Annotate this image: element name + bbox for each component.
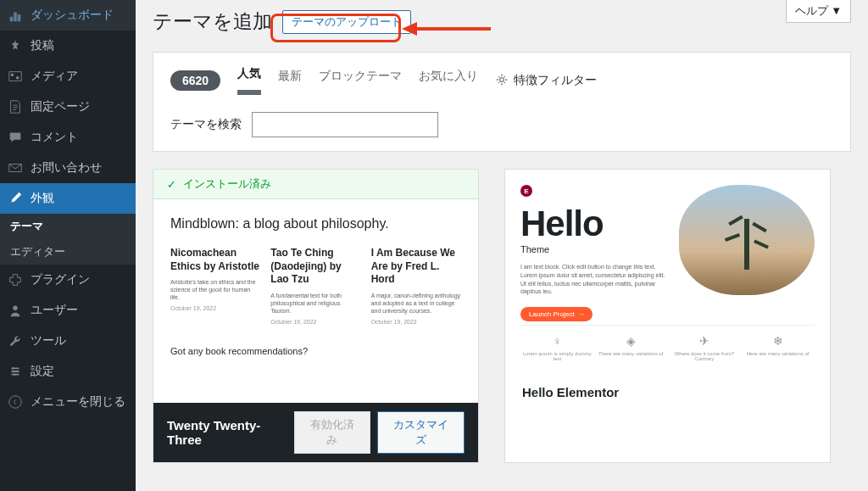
sidebar-item-contact[interactable]: お問い合わせ <box>0 153 136 183</box>
preview-title: Mindblown: a blog about philosophy. <box>170 216 461 232</box>
mail-icon <box>7 159 24 176</box>
sidebar-item-pages[interactable]: 固定ページ <box>0 92 136 122</box>
preview-text: Aristotle's take on ethics and the scien… <box>170 278 260 301</box>
sidebar-item-comments[interactable]: コメント <box>0 122 136 153</box>
dashboard-icon <box>7 7 24 24</box>
svg-point-5 <box>14 373 16 376</box>
preview-date: October 19, 2022 <box>270 318 360 326</box>
comment-icon <box>7 129 24 146</box>
appearance-submenu: テーマ エディター <box>0 214 136 265</box>
sidebar-item-settings[interactable]: 設定 <box>0 356 136 387</box>
menu-label: ダッシュボード <box>31 8 114 23</box>
gear-icon <box>495 73 509 89</box>
help-tab[interactable]: ヘルプ ▼ <box>786 0 851 23</box>
theme-card[interactable]: ✓ インストール済み Mindblown: a blog about philo… <box>153 169 479 463</box>
elementor-icon: E <box>520 185 532 197</box>
snowflake-icon: ❄ <box>741 334 815 348</box>
feature-filter-label: 特徴フィルター <box>514 73 597 88</box>
svg-point-2 <box>13 306 17 310</box>
preview-text: A fundamental text for both philosophica… <box>270 292 360 315</box>
theme-preview: E Hello Theme I am text block. Click edi… <box>505 170 830 373</box>
brush-icon <box>7 190 24 207</box>
feature-item: ◈There are many variations of <box>594 334 668 361</box>
sidebar-item-posts[interactable]: 投稿 <box>0 31 136 61</box>
page-header: テーマを追加 テーマのアップロード <box>153 8 851 35</box>
preview-text: A major, canon-defining anthology and ad… <box>371 292 461 315</box>
sidebar-item-tools[interactable]: ツール <box>0 326 136 356</box>
search-row: テーマを検索 <box>170 112 833 137</box>
launch-project-button: Launch Project → <box>520 307 593 321</box>
feature-item: ♀Lorem ipsum is simply dummy text <box>520 334 594 361</box>
filter-bar: 6620 人気 最新 ブロックテーマ お気に入り 特徴フィルター テーマを検索 <box>153 52 851 152</box>
preview-date: October 19, 2022 <box>170 304 260 312</box>
filter-tab-latest[interactable]: 最新 <box>278 69 302 92</box>
menu-label: プラグイン <box>31 272 90 287</box>
admin-sidebar: ダッシュボード 投稿 メディア 固定ページ コメント お問い合わせ 外観 テーマ <box>0 0 136 491</box>
menu-label: メディア <box>31 69 78 84</box>
hello-title: Hello <box>520 204 667 244</box>
theme-card[interactable]: E Hello Theme I am text block. Click edi… <box>504 169 831 463</box>
page-icon <box>7 98 24 115</box>
features-row: ♀Lorem ipsum is simply dummy text ◈There… <box>520 325 815 361</box>
submenu-item-themes[interactable]: テーマ <box>0 214 136 239</box>
filter-tab-popular[interactable]: 人気 <box>237 66 261 95</box>
hello-text: I am text block. Click edit button to ch… <box>520 263 667 296</box>
theme-count-badge: 6620 <box>170 70 220 91</box>
hello-subtitle: Theme <box>520 244 667 254</box>
theme-actions-bar: Twenty Twenty-Three 有効化済み カスタマイズ <box>153 403 478 462</box>
upload-theme-button[interactable]: テーマのアップロード <box>282 10 411 34</box>
menu-label: 投稿 <box>31 38 54 53</box>
diamond-icon: ◈ <box>594 334 668 348</box>
wrench-icon <box>7 332 24 349</box>
sidebar-item-dashboard[interactable]: ダッシュボード <box>0 0 136 31</box>
user-icon <box>7 302 24 319</box>
preview-heading: Tao Te Ching (Daodejing) by Lao Tzu <box>270 247 360 287</box>
customize-button[interactable]: カスタマイズ <box>377 411 465 454</box>
preview-column: Nicomachean Ethics by Aristotle Aristotl… <box>170 247 260 329</box>
menu-label: メニューを閉じる <box>31 394 125 410</box>
filter-tabs: 6620 人気 最新 ブロックテーマ お気に入り 特徴フィルター <box>170 66 833 95</box>
feature-filter-button[interactable]: 特徴フィルター <box>495 73 597 89</box>
sidebar-item-plugins[interactable]: プラグイン <box>0 265 136 295</box>
feature-item: ❄Here are many variations of <box>741 334 815 361</box>
collapse-icon <box>7 393 24 410</box>
sidebar-item-users[interactable]: ユーザー <box>0 295 136 326</box>
preview-date: October 19, 2022 <box>371 318 461 326</box>
hero-image <box>679 185 815 295</box>
svg-point-0 <box>11 73 14 76</box>
sidebar-item-appearance[interactable]: 外観 <box>0 183 136 214</box>
plane-icon: ✈ <box>668 334 742 348</box>
menu-label: 外観 <box>31 191 54 206</box>
check-icon: ✓ <box>167 178 176 191</box>
feature-item: ✈Where does it come from? Contrary <box>668 334 742 361</box>
sidebar-item-collapse[interactable]: メニューを閉じる <box>0 387 136 417</box>
preview-footer: Got any book recommendations? <box>170 346 461 356</box>
settings-icon <box>7 363 24 380</box>
menu-label: 固定ページ <box>31 99 90 114</box>
preview-column: Tao Te Ching (Daodejing) by Lao Tzu A fu… <box>270 247 360 329</box>
main-content: ヘルプ ▼ テーマを追加 テーマのアップロード 6620 人気 最新 ブロックテ… <box>136 0 868 491</box>
installed-label: インストール済み <box>183 176 271 192</box>
menu-label: コメント <box>31 130 78 145</box>
page-title: テーマを追加 <box>153 8 272 35</box>
installed-banner: ✓ インストール済み <box>153 170 478 199</box>
svg-point-3 <box>12 367 14 370</box>
filter-tab-block[interactable]: ブロックテーマ <box>319 69 402 92</box>
search-label: テーマを検索 <box>170 117 242 132</box>
preview-heading: I Am Because We Are by Fred L. Hord <box>371 247 461 287</box>
filter-tab-favorites[interactable]: お気に入り <box>419 69 478 92</box>
theme-preview: Mindblown: a blog about philosophy. Nico… <box>153 199 478 403</box>
menu-label: 設定 <box>31 364 54 379</box>
pin-icon <box>7 37 24 54</box>
plugin-icon <box>7 271 24 288</box>
sidebar-item-media[interactable]: メディア <box>0 61 136 92</box>
theme-name: Twenty Twenty-Three <box>167 418 294 447</box>
svg-point-6 <box>9 396 21 408</box>
media-icon <box>7 68 24 85</box>
menu-label: ツール <box>31 333 66 349</box>
menu-label: ユーザー <box>31 303 78 318</box>
theme-name: Hello Elementor <box>505 373 830 411</box>
bulb-icon: ♀ <box>520 334 594 348</box>
search-input[interactable] <box>252 112 438 137</box>
submenu-item-editor[interactable]: エディター <box>0 239 136 265</box>
